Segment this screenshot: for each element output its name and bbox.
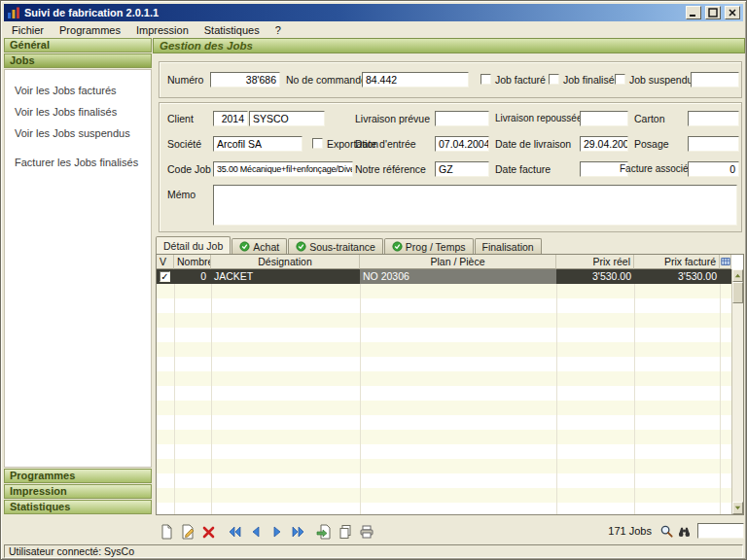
status-bar: Utilisateur connecté: SysCo <box>4 544 743 558</box>
sidebar-item-voir-jobs-finalises[interactable]: Voir les Jobs finalisés <box>5 101 151 122</box>
column-header-plan-piece[interactable]: Plan / Pièce <box>360 255 556 269</box>
new-record-button[interactable] <box>157 522 176 542</box>
code-job-field[interactable]: 35.00 Mécanique+fil+enfonçage/Divers <box>213 161 353 177</box>
scrollbar-thumb[interactable] <box>732 282 743 303</box>
carton-field[interactable] <box>688 111 739 126</box>
tab-label: Détail du Job <box>163 240 223 252</box>
livraison-prevue-field[interactable] <box>435 111 489 126</box>
scroll-up-icon <box>733 271 742 280</box>
tab-detail-du-job[interactable]: Détail du Job <box>156 236 231 254</box>
check-circle-icon <box>296 241 306 252</box>
scroll-down-button[interactable] <box>732 502 743 514</box>
jobs-count: 171 Jobs <box>545 525 652 537</box>
check-circle-icon <box>392 241 403 252</box>
column-divider <box>634 269 635 514</box>
sidebar-section-impression[interactable]: Impression <box>4 484 152 499</box>
job-suspendu-checkbox[interactable] <box>615 74 625 85</box>
cell-nombre: 0 <box>172 269 209 284</box>
main-panel: Gestion des Jobs Numéro 38'686 No de com… <box>153 38 745 543</box>
grid-body[interactable] <box>157 269 731 514</box>
job-facture-label: Job facturé <box>495 74 546 86</box>
tab-label: Finalisation <box>482 241 534 253</box>
maximize-button[interactable] <box>705 6 721 19</box>
previous-record-button[interactable] <box>246 522 266 542</box>
close-button[interactable] <box>725 6 740 19</box>
date-livraison-field[interactable]: 29.04.2004 <box>580 136 628 152</box>
binoculars-icon <box>677 524 692 539</box>
minimize-icon <box>689 8 698 18</box>
facture-associee-label: Facture associée <box>620 163 694 174</box>
sidebar-section-jobs[interactable]: Jobs <box>4 53 152 68</box>
job-facture-checkbox[interactable] <box>480 74 491 85</box>
date-entree-field[interactable]: 07.04.2004 <box>435 136 489 152</box>
last-record-button[interactable] <box>289 522 308 542</box>
cell-prix-facture: 3'530.00 <box>634 269 720 284</box>
menu-programmes[interactable]: Programmes <box>52 23 128 37</box>
menu-fichier[interactable]: Fichier <box>4 23 52 37</box>
column-divider <box>211 269 212 514</box>
job-details-groupbox: Client 2014 SYSCO Livraison prévue Livra… <box>159 102 742 232</box>
menu-help[interactable]: ? <box>267 23 289 37</box>
status-text: Utilisateur connecté: SysCo <box>9 545 134 557</box>
export-icon <box>316 524 332 540</box>
column-header-v[interactable]: V <box>157 255 174 269</box>
no-commande-field[interactable]: 84.442 <box>362 72 469 88</box>
last-record-icon <box>291 524 306 540</box>
carton-label: Carton <box>634 113 665 124</box>
first-record-button[interactable] <box>225 522 244 542</box>
livraison-repoussee-field[interactable] <box>580 111 628 126</box>
memo-field[interactable] <box>213 185 737 226</box>
minimize-button[interactable] <box>686 6 701 19</box>
column-header-prix-facture[interactable]: Prix facturé <box>634 255 720 269</box>
sidebar-section-programmes[interactable]: Programmes <box>4 469 152 483</box>
sidebar-section-statistiques[interactable]: Statistiques <box>4 500 152 514</box>
numero-field[interactable]: 38'686 <box>210 72 280 88</box>
row-checkbox[interactable] <box>160 271 170 282</box>
tab-strip: Détail du Job Achat Sous-traitance Prog … <box>156 236 543 254</box>
sidebar-item-voir-jobs-suspendus[interactable]: Voir les Jobs suspendus <box>5 122 151 144</box>
tab-achat[interactable]: Achat <box>231 238 287 254</box>
next-record-button[interactable] <box>267 522 287 542</box>
table-row[interactable]: 0 JACKET NO 20306 3'530.00 3'530.00 <box>157 269 731 284</box>
societe-field[interactable]: Arcofil SA <box>213 136 302 152</box>
job-id-groupbox: Numéro 38'686 No de commande 84.442 Job … <box>159 61 742 98</box>
search-input[interactable] <box>697 523 744 539</box>
menu-statistiques[interactable]: Statistiques <box>196 23 267 37</box>
column-header-nombre[interactable]: Nombre <box>174 255 211 269</box>
search-button[interactable] <box>658 523 675 540</box>
livraison-repoussee-label: Livraison repoussée <box>495 113 583 123</box>
export-button[interactable] <box>314 522 334 542</box>
posage-field[interactable] <box>688 136 739 152</box>
grid-scrollbar[interactable] <box>731 269 743 514</box>
sidebar: Général Jobs Voir les Jobs facturés Voir… <box>4 38 152 543</box>
tab-prog-temps[interactable]: Prog / Temps <box>384 238 474 254</box>
job-finalise-checkbox[interactable] <box>549 74 559 85</box>
delete-record-button[interactable] <box>199 522 219 542</box>
find-button[interactable] <box>676 523 693 540</box>
sidebar-section-general[interactable]: Général <box>4 38 152 52</box>
tab-sous-traitance[interactable]: Sous-traitance <box>288 238 383 254</box>
column-divider <box>174 269 175 514</box>
notre-reference-field[interactable]: GZ <box>435 161 489 177</box>
tab-finalisation[interactable]: Finalisation <box>475 238 542 254</box>
copy-record-button[interactable] <box>336 522 355 542</box>
print-button[interactable] <box>357 522 376 542</box>
exportation-checkbox[interactable] <box>312 138 323 149</box>
scroll-up-button[interactable] <box>732 269 743 282</box>
client-code-field[interactable]: 2014 <box>213 111 248 126</box>
record-toolbar: 171 Jobs <box>156 521 745 542</box>
facture-associee-field[interactable]: 0 <box>688 161 739 177</box>
app-icon <box>7 6 20 19</box>
menu-impression[interactable]: Impression <box>128 23 196 37</box>
job-flag-field[interactable] <box>691 72 739 88</box>
column-header-prix-reel[interactable]: Prix réel <box>556 255 634 269</box>
column-divider <box>720 269 721 514</box>
sidebar-item-facturer-jobs-finalises[interactable]: Facturer les Jobs finalisés <box>5 152 151 173</box>
client-name-field[interactable]: SYSCO <box>249 111 325 126</box>
sidebar-item-voir-jobs-factures[interactable]: Voir les Jobs facturés <box>5 80 151 101</box>
sidebar-jobs-panel: Voir les Jobs facturés Voir les Jobs fin… <box>4 69 152 468</box>
column-header-designation[interactable]: Désignation <box>211 255 360 269</box>
grid-options-button[interactable] <box>720 255 731 269</box>
edit-record-button[interactable] <box>178 522 197 542</box>
date-livraison-label: Date de livraison <box>495 138 571 150</box>
